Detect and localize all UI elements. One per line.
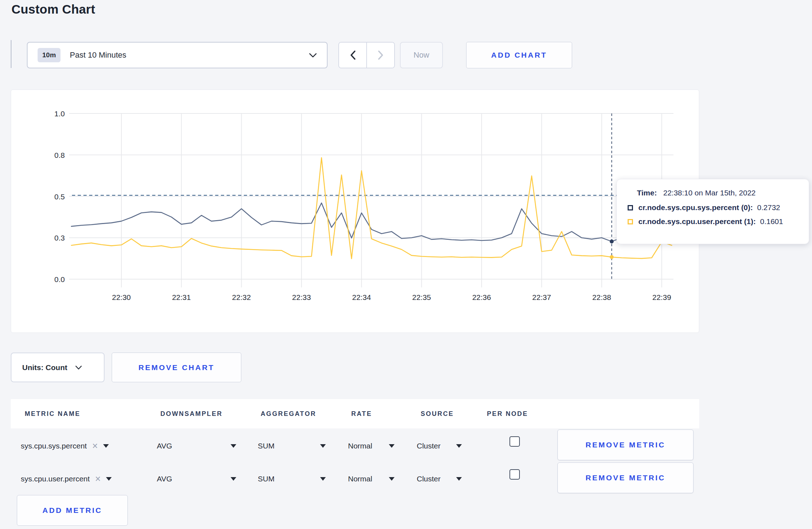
metric-name-select[interactable]: sys.cpu.sys.percent × [21,440,109,452]
tooltip-series-label: cr.node.sys.cpu.user.percent (1): [638,217,756,226]
svg-text:1.0: 1.0 [54,110,65,118]
tooltip-series-label: cr.node.sys.cpu.sys.percent (0): [638,203,753,212]
dropdown-arrow-icon [231,477,236,481]
time-pager [338,42,395,68]
chart-axis-labels: 1.00.80.50.30.022:3022:3122:3222:3322:34… [54,110,671,301]
rate-select[interactable]: Normal [348,472,395,485]
tooltip-series-value: 0.1601 [760,217,783,226]
aggregator-select[interactable]: SUM [258,472,326,485]
aggregator-value: SUM [258,475,275,483]
chart-tooltip: Time: 22:38:10 on Mar 15th, 2022 cr.node… [617,179,809,244]
dropdown-arrow-icon [106,477,112,481]
dropdown-arrow-icon [456,444,462,448]
per-node-checkbox[interactable] [509,436,520,447]
series-swatch-sys-icon [628,205,633,210]
col-head-aggregator: AGGREGATOR [261,410,316,418]
time-range-label: Past 10 Minutes [70,50,126,60]
chart-gridlines [69,113,673,287]
next-time-button[interactable] [367,43,394,68]
series-line-1 [71,158,672,259]
svg-text:0.8: 0.8 [54,151,65,159]
chevron-right-icon [378,50,383,60]
rate-value: Normal [348,442,372,450]
rate-select[interactable]: Normal [348,440,395,452]
tooltip-time-label: Time: [637,189,657,197]
dropdown-arrow-icon [320,444,326,448]
col-head-downsampler: DOWNSAMPLER [160,410,223,418]
hover-dot-user [610,255,614,259]
svg-text:22:32: 22:32 [232,293,251,301]
clear-metric-icon[interactable]: × [95,474,101,484]
chart-card: 1.00.80.50.30.022:3022:3122:3222:3322:34… [11,89,699,333]
aggregator-value: SUM [258,442,275,450]
metric-name-value: sys.cpu.sys.percent [21,442,87,450]
dropdown-arrow-icon [389,477,395,481]
svg-text:22:34: 22:34 [352,293,371,301]
add-chart-button[interactable]: ADD CHART [466,42,572,68]
rate-value: Normal [348,475,372,483]
svg-text:22:35: 22:35 [412,293,431,301]
dropdown-arrow-icon [389,444,395,448]
tooltip-time-row: Time: 22:38:10 on Mar 15th, 2022 [637,189,798,197]
svg-text:22:38: 22:38 [592,293,611,301]
per-node-checkbox[interactable] [509,469,520,480]
tooltip-series-row: cr.node.sys.cpu.sys.percent (0): 0.2732 [628,203,798,212]
svg-text:0.3: 0.3 [54,234,65,242]
timeseries-chart[interactable]: 1.00.80.50.30.022:3022:3122:3222:3322:34… [11,90,699,333]
dropdown-arrow-icon [103,444,109,448]
svg-text:22:37: 22:37 [532,293,551,301]
page-title: Custom Chart [11,2,95,16]
custom-chart-page: Custom Chart 10m Past 10 Minutes Now ADD… [0,0,812,529]
units-dropdown[interactable]: Units: Count [11,353,105,382]
units-label: Units: Count [22,363,67,372]
downsampler-value: AVG [157,475,172,483]
dropdown-arrow-icon [231,444,236,448]
time-range-badge: 10m [38,48,61,62]
svg-text:22:30: 22:30 [112,293,131,301]
source-select[interactable]: Cluster [417,440,462,452]
tooltip-series-row: cr.node.sys.cpu.user.percent (1): 0.1601 [628,217,798,226]
hover-dot-sys [610,239,614,243]
svg-text:22:39: 22:39 [652,293,671,301]
downsampler-value: AVG [157,442,172,450]
metric-name-select[interactable]: sys.cpu.user.percent × [21,472,112,485]
source-value: Cluster [417,442,441,450]
chevron-down-icon [75,365,82,370]
remove-chart-button[interactable]: REMOVE CHART [112,353,241,382]
tooltip-series-value: 0.2732 [757,203,780,212]
svg-text:0.0: 0.0 [54,275,65,283]
prev-time-button[interactable] [339,43,367,68]
col-head-per-node: PER NODE [487,410,528,418]
chevron-left-icon [350,50,356,60]
source-select[interactable]: Cluster [417,472,462,485]
add-metric-button[interactable]: ADD METRIC [17,495,128,526]
tooltip-time-value: 22:38:10 on Mar 15th, 2022 [663,189,755,197]
metric-name-value: sys.cpu.user.percent [21,475,90,483]
svg-text:0.5: 0.5 [54,193,65,201]
dropdown-arrow-icon [456,477,462,481]
col-head-rate: RATE [351,410,372,418]
clear-metric-icon[interactable]: × [92,441,98,451]
chevron-down-icon [309,53,317,58]
aggregator-select[interactable]: SUM [258,440,326,452]
svg-text:22:36: 22:36 [472,293,491,301]
col-head-metric-name: METRIC NAME [25,410,81,418]
svg-text:22:33: 22:33 [292,293,311,301]
col-head-source: SOURCE [421,410,454,418]
dropdown-arrow-icon [320,477,326,481]
remove-metric-button[interactable]: REMOVE METRIC [557,429,693,460]
source-value: Cluster [417,475,441,483]
svg-text:22:31: 22:31 [172,293,191,301]
downsampler-select[interactable]: AVG [157,440,236,452]
toolbar-divider [11,40,11,68]
series-swatch-user-icon [628,219,633,224]
time-range-dropdown[interactable]: 10m Past 10 Minutes [27,42,328,68]
downsampler-select[interactable]: AVG [157,472,236,485]
now-button[interactable]: Now [400,42,443,68]
remove-metric-button[interactable]: REMOVE METRIC [557,462,693,493]
